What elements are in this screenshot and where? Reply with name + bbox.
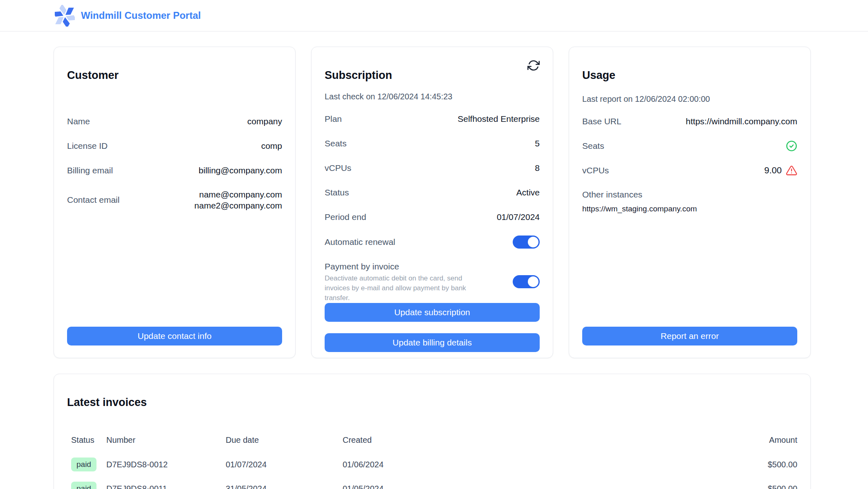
update-billing-details-button[interactable]: Update billing details xyxy=(325,333,540,352)
check-circle-icon xyxy=(786,140,797,152)
field-value: billing@company.com xyxy=(199,165,282,176)
field-row-billing-email: Billing email billing@company.com xyxy=(67,164,282,177)
field-label: Name xyxy=(67,116,121,127)
field-value: https://windmill.company.com xyxy=(686,116,797,127)
usage-fields: Base URL https://windmill.company.com Se… xyxy=(582,115,797,213)
field-label: Contact email xyxy=(67,194,121,205)
toggle-knob xyxy=(528,237,538,247)
automatic-renewal-label: Automatic renewal xyxy=(325,236,513,247)
column-header-number: Number xyxy=(106,435,226,447)
other-instances-label: Other instances xyxy=(582,189,797,200)
invoice-created-cell: 01/06/2024 xyxy=(343,460,768,469)
update-contact-info-button[interactable]: Update contact info xyxy=(67,327,282,345)
field-row-usage-seats: Seats xyxy=(582,140,797,152)
invoice-amount-cell: $500.00 xyxy=(768,484,797,489)
app-header: Windmill Customer Portal xyxy=(0,0,868,31)
field-row-name: Name company xyxy=(67,115,282,128)
warning-triangle-icon xyxy=(786,165,797,176)
field-value: 5 xyxy=(535,138,540,149)
field-row-period-end: Period end 01/07/2024 xyxy=(325,211,540,223)
subscription-card: Subscription Last check on 12/06/2024 14… xyxy=(311,47,553,358)
subscription-fields: Plan Selfhosted Enterprise Seats 5 vCPUs… xyxy=(325,113,540,303)
report-an-error-button[interactable]: Report an error xyxy=(582,327,797,345)
field-label: Billing email xyxy=(67,165,121,176)
invoice-status-cell: paid xyxy=(67,458,106,471)
usage-card: Usage Last report on 12/06/2024 02:00:00… xyxy=(569,47,811,358)
customer-card: Customer Name company License ID comp Bi… xyxy=(54,47,296,358)
invoice-status-cell: paid xyxy=(67,482,106,489)
windmill-logo-icon xyxy=(55,5,75,27)
field-value: 01/07/2024 xyxy=(497,211,540,222)
invoice-amount-cell: $500.00 xyxy=(768,460,797,469)
update-subscription-button[interactable]: Update subscription xyxy=(325,303,540,322)
payment-by-invoice-row: Payment by invoice Deactivate automatic … xyxy=(325,261,540,303)
latest-invoices-card: Latest invoices Status Number Due date C… xyxy=(54,374,811,489)
field-row-status: Status Active xyxy=(325,186,540,199)
field-value: 8 xyxy=(535,162,540,173)
column-header-status: Status xyxy=(67,435,106,447)
field-value: company xyxy=(247,116,282,127)
cards-row: Customer Name company License ID comp Bi… xyxy=(54,47,811,358)
invoice-due-date-cell: 31/05/2024 xyxy=(226,484,343,489)
customer-card-title: Customer xyxy=(67,68,282,82)
payment-by-invoice-label: Payment by invoice xyxy=(325,261,487,272)
column-header-due-date: Due date xyxy=(226,435,343,447)
field-row-base-url: Base URL https://windmill.company.com xyxy=(582,115,797,128)
field-label: Period end xyxy=(325,211,379,222)
field-row-seats: Seats 5 xyxy=(325,137,540,150)
column-header-amount: Amount xyxy=(768,435,797,447)
invoice-number-cell: D7EJ9DS8-0012 xyxy=(106,460,226,469)
invoice-due-date-cell: 01/07/2024 xyxy=(226,460,343,469)
invoice-number-cell: D7EJ9DS8-0011 xyxy=(106,484,226,489)
refresh-icon[interactable] xyxy=(527,59,540,72)
field-row-license-id: License ID comp xyxy=(67,140,282,152)
field-row-plan: Plan Selfhosted Enterprise xyxy=(325,113,540,125)
field-label: Seats xyxy=(582,140,636,151)
subscription-last-check: Last check on 12/06/2024 14:45:23 xyxy=(325,92,452,101)
payment-by-invoice-toggle[interactable] xyxy=(513,275,540,288)
column-header-created: Created xyxy=(343,435,768,447)
page-title: Windmill Customer Portal xyxy=(81,10,201,21)
field-row-contact-email: Contact email name@company.com name2@com… xyxy=(67,189,282,211)
automatic-renewal-toggle[interactable] xyxy=(513,236,540,249)
usage-card-title: Usage xyxy=(582,68,797,82)
field-row-usage-vcpus: vCPUs 9.00 xyxy=(582,164,797,177)
field-label: Seats xyxy=(325,138,379,149)
field-value: name@company.com name2@company.com xyxy=(194,189,282,211)
field-value: comp xyxy=(261,140,282,151)
field-label: Status xyxy=(325,187,379,198)
field-label: vCPUs xyxy=(582,165,636,176)
payment-by-invoice-description: Deactivate automatic debit on the card, … xyxy=(325,274,487,303)
field-value: Active xyxy=(516,187,540,198)
invoices-table: Status Number Due date Created Amount pa… xyxy=(67,435,797,489)
subscription-card-title: Subscription xyxy=(325,68,452,82)
brand: Windmill Customer Portal xyxy=(55,5,201,27)
status-badge: paid xyxy=(71,482,96,489)
other-instances-block: Other instances https://wm_staging.compa… xyxy=(582,189,797,213)
invoice-created-cell: 01/05/2024 xyxy=(343,484,768,489)
usage-last-report: Last report on 12/06/2024 02:00:00 xyxy=(582,94,797,104)
latest-invoices-title: Latest invoices xyxy=(67,395,797,409)
field-label: Base URL xyxy=(582,116,636,127)
vcpus-usage-value: 9.00 xyxy=(764,165,782,176)
field-label: License ID xyxy=(67,140,121,151)
instance-url: https://wm_staging.company.com xyxy=(582,204,797,213)
automatic-renewal-row: Automatic renewal xyxy=(325,236,540,249)
customer-fields: Name company License ID comp Billing ema… xyxy=(67,115,282,211)
toggle-knob xyxy=(528,276,538,287)
field-row-vcpus: vCPUs 8 xyxy=(325,162,540,174)
main-content: Customer Name company License ID comp Bi… xyxy=(0,31,868,489)
field-label: Plan xyxy=(325,113,379,124)
field-label: vCPUs xyxy=(325,162,379,173)
status-badge: paid xyxy=(71,458,96,471)
field-value: Selfhosted Enterprise xyxy=(458,113,540,124)
